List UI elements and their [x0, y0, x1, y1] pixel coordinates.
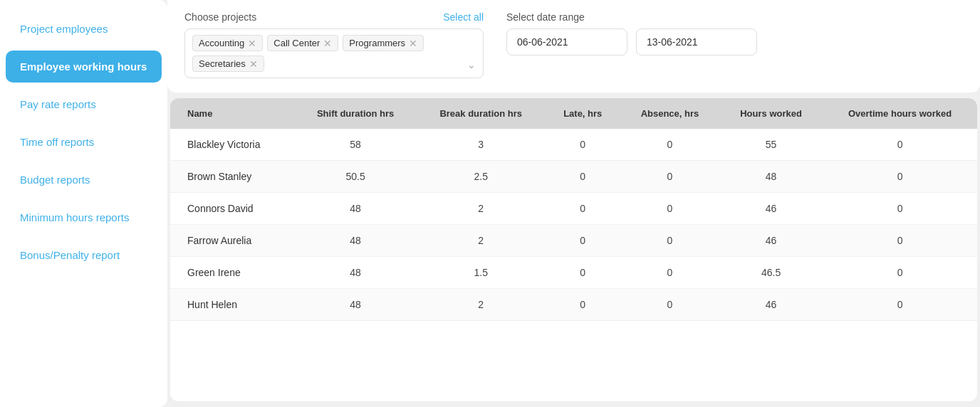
cell-value: 0 — [620, 289, 719, 321]
table-header: NameShift duration hrsBreak duration hrs… — [170, 98, 977, 129]
tag-close-icon[interactable]: ✕ — [409, 38, 417, 48]
dropdown-arrow-icon: ⌄ — [467, 59, 476, 70]
cell-value: 46 — [719, 193, 823, 225]
sidebar-item-budget-reports[interactable]: Budget reports — [6, 164, 162, 196]
cell-name: Connors David — [170, 193, 294, 225]
filter-area: Choose projects Select all Accounting ✕C… — [167, 0, 980, 92]
main-content: Choose projects Select all Accounting ✕C… — [167, 0, 980, 407]
sidebar-item-pay-rate-reports[interactable]: Pay rate reports — [6, 88, 162, 120]
sidebar-item-project-employees[interactable]: Project employees — [6, 13, 162, 45]
sidebar-item-minimum-hours-reports[interactable]: Minimum hours reports — [6, 201, 162, 233]
tag-secretaries: Secretaries ✕ — [192, 56, 264, 72]
cell-value: 48 — [294, 193, 417, 225]
sidebar-item-time-off-reports[interactable]: Time off reports — [6, 126, 162, 158]
table-body: Blackley Victoria58300550Brown Stanley50… — [170, 129, 977, 321]
date-range-group: Select date range — [506, 11, 757, 56]
table-row: Connors David48200460 — [170, 193, 977, 225]
cell-value: 2 — [417, 193, 546, 225]
cell-value: 50.5 — [294, 161, 417, 193]
cell-value: 0 — [620, 257, 719, 289]
cell-value: 0 — [546, 161, 620, 193]
cell-name: Farrow Aurelia — [170, 225, 294, 257]
cell-value: 58 — [294, 129, 417, 161]
cell-value: 2 — [417, 289, 546, 321]
cell-name: Green Irene — [170, 257, 294, 289]
tag-close-icon[interactable]: ✕ — [323, 38, 332, 48]
cell-value: 3 — [417, 129, 546, 161]
date-to-input[interactable] — [636, 28, 757, 56]
cell-name: Hunt Helen — [170, 289, 294, 321]
cell-value: 0 — [546, 289, 620, 321]
date-range-label: Select date range — [506, 11, 757, 23]
tag-close-icon[interactable]: ✕ — [248, 38, 256, 48]
hours-table: NameShift duration hrsBreak duration hrs… — [170, 98, 977, 321]
sidebar: Project employeesEmployee working hoursP… — [0, 0, 167, 407]
cell-value: 0 — [823, 289, 977, 321]
project-tags-container[interactable]: Accounting ✕Call Center ✕Programmers ✕Se… — [184, 28, 484, 78]
cell-value: 0 — [546, 193, 620, 225]
col-header-break-duration-hrs: Break duration hrs — [417, 98, 546, 129]
cell-value: 0 — [620, 161, 719, 193]
cell-value: 0 — [620, 129, 719, 161]
sidebar-item-employee-working-hours[interactable]: Employee working hours — [6, 51, 162, 83]
col-header-absence-hrs: Absence, hrs — [620, 98, 719, 129]
col-header-name: Name — [170, 98, 294, 129]
col-header-late-hrs: Late, hrs — [546, 98, 620, 129]
cell-value: 46.5 — [719, 257, 823, 289]
col-header-shift-duration-hrs: Shift duration hrs — [294, 98, 417, 129]
cell-value: 46 — [719, 225, 823, 257]
cell-value: 0 — [823, 225, 977, 257]
table-row: Brown Stanley50.52.500480 — [170, 161, 977, 193]
table-area: NameShift duration hrsBreak duration hrs… — [170, 98, 977, 401]
cell-value: 0 — [620, 225, 719, 257]
tag-call-center: Call Center ✕ — [267, 35, 338, 51]
choose-projects-label: Choose projects — [184, 11, 256, 23]
cell-value: 48 — [294, 257, 417, 289]
cell-value: 48 — [719, 161, 823, 193]
table-row: Blackley Victoria58300550 — [170, 129, 977, 161]
project-filter-group: Choose projects Select all Accounting ✕C… — [184, 11, 484, 78]
cell-value: 0 — [823, 193, 977, 225]
table-row: Farrow Aurelia48200460 — [170, 225, 977, 257]
cell-value: 0 — [823, 257, 977, 289]
tag-close-icon[interactable]: ✕ — [249, 59, 258, 69]
cell-value: 55 — [719, 129, 823, 161]
cell-value: 0 — [546, 257, 620, 289]
cell-value: 2 — [417, 225, 546, 257]
sidebar-item-bonus-penalty-report[interactable]: Bonus/Penalty report — [6, 239, 162, 271]
table-row: Green Irene481.50046.50 — [170, 257, 977, 289]
cell-value: 48 — [294, 289, 417, 321]
cell-value: 46 — [719, 289, 823, 321]
cell-value: 1.5 — [417, 257, 546, 289]
col-header-overtime-hours-worked: Overtime hours worked — [823, 98, 977, 129]
cell-value: 0 — [823, 161, 977, 193]
cell-value: 2.5 — [417, 161, 546, 193]
select-all-link[interactable]: Select all — [443, 11, 484, 23]
tag-accounting: Accounting ✕ — [192, 35, 263, 51]
cell-name: Brown Stanley — [170, 161, 294, 193]
cell-value: 0 — [823, 129, 977, 161]
date-from-input[interactable] — [506, 28, 627, 56]
cell-value: 0 — [546, 225, 620, 257]
tag-programmers: Programmers ✕ — [343, 35, 424, 51]
cell-name: Blackley Victoria — [170, 129, 294, 161]
col-header-hours-worked: Hours worked — [719, 98, 823, 129]
cell-value: 0 — [546, 129, 620, 161]
table-row: Hunt Helen48200460 — [170, 289, 977, 321]
cell-value: 48 — [294, 225, 417, 257]
cell-value: 0 — [620, 193, 719, 225]
